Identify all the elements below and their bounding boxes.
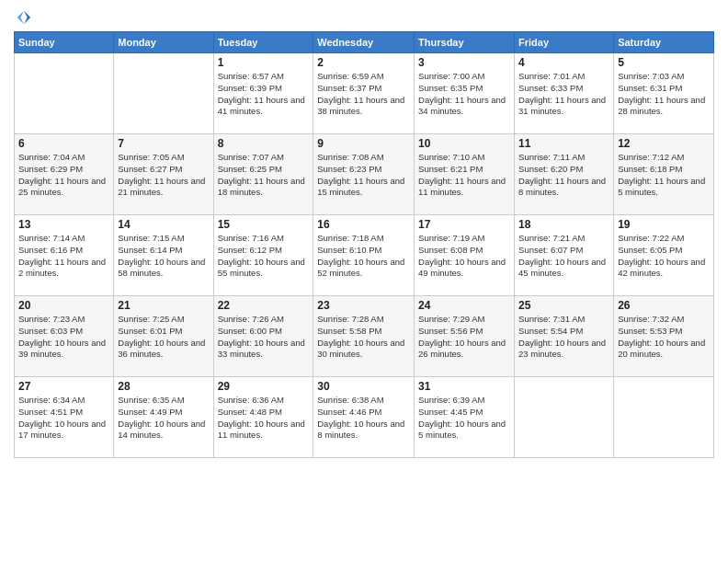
calendar-cell: 19Sunrise: 7:22 AM Sunset: 6:05 PM Dayli… (614, 215, 714, 296)
calendar-cell: 22Sunrise: 7:26 AM Sunset: 6:00 PM Dayli… (213, 296, 313, 377)
calendar-cell: 15Sunrise: 7:16 AM Sunset: 6:12 PM Dayli… (213, 215, 313, 296)
calendar-cell: 24Sunrise: 7:29 AM Sunset: 5:56 PM Dayli… (415, 296, 515, 377)
day-number: 7 (118, 137, 209, 150)
day-number: 10 (418, 137, 510, 150)
day-number: 21 (118, 299, 209, 312)
week-row-3: 13Sunrise: 7:14 AM Sunset: 6:16 PM Dayli… (15, 215, 714, 296)
calendar-cell: 25Sunrise: 7:31 AM Sunset: 5:54 PM Dayli… (515, 296, 614, 377)
svg-marker-1 (17, 11, 24, 24)
day-header-friday: Friday (515, 32, 614, 53)
calendar-body: 1Sunrise: 6:57 AM Sunset: 6:39 PM Daylig… (15, 53, 714, 458)
calendar-cell: 30Sunrise: 6:38 AM Sunset: 4:46 PM Dayli… (313, 377, 415, 458)
day-info: Sunrise: 7:00 AM Sunset: 6:35 PM Dayligh… (418, 71, 510, 118)
day-header-sunday: Sunday (15, 32, 114, 53)
day-info: Sunrise: 7:16 AM Sunset: 6:12 PM Dayligh… (218, 233, 310, 280)
day-info: Sunrise: 6:36 AM Sunset: 4:48 PM Dayligh… (218, 395, 310, 442)
day-number: 11 (518, 137, 609, 150)
calendar-cell: 2Sunrise: 6:59 AM Sunset: 6:37 PM Daylig… (313, 53, 415, 134)
day-number: 28 (118, 380, 209, 393)
day-info: Sunrise: 7:29 AM Sunset: 5:56 PM Dayligh… (418, 314, 510, 361)
calendar-cell: 11Sunrise: 7:11 AM Sunset: 6:20 PM Dayli… (515, 134, 614, 215)
day-info: Sunrise: 7:23 AM Sunset: 6:03 PM Dayligh… (18, 314, 109, 361)
day-number: 23 (317, 299, 410, 312)
calendar-cell: 17Sunrise: 7:19 AM Sunset: 6:08 PM Dayli… (415, 215, 515, 296)
day-header-tuesday: Tuesday (213, 32, 313, 53)
calendar-cell: 20Sunrise: 7:23 AM Sunset: 6:03 PM Dayli… (15, 296, 114, 377)
calendar-cell: 1Sunrise: 6:57 AM Sunset: 6:39 PM Daylig… (213, 53, 313, 134)
day-info: Sunrise: 6:34 AM Sunset: 4:51 PM Dayligh… (18, 395, 109, 442)
day-info: Sunrise: 7:19 AM Sunset: 6:08 PM Dayligh… (418, 233, 510, 280)
day-number: 3 (418, 56, 510, 69)
day-header-monday: Monday (114, 32, 213, 53)
day-number: 9 (317, 137, 410, 150)
week-row-4: 20Sunrise: 7:23 AM Sunset: 6:03 PM Dayli… (15, 296, 714, 377)
day-number: 13 (18, 218, 109, 231)
svg-marker-0 (24, 11, 30, 24)
day-number: 19 (618, 218, 710, 231)
calendar-cell: 6Sunrise: 7:04 AM Sunset: 6:29 PM Daylig… (15, 134, 114, 215)
calendar-cell: 8Sunrise: 7:07 AM Sunset: 6:25 PM Daylig… (213, 134, 313, 215)
header (14, 9, 714, 26)
calendar-cell (15, 53, 114, 134)
day-number: 22 (218, 299, 310, 312)
day-number: 27 (18, 380, 109, 393)
week-row-1: 1Sunrise: 6:57 AM Sunset: 6:39 PM Daylig… (15, 53, 714, 134)
calendar-cell: 4Sunrise: 7:01 AM Sunset: 6:33 PM Daylig… (515, 53, 614, 134)
day-number: 16 (317, 218, 410, 231)
day-number: 29 (218, 380, 310, 393)
day-info: Sunrise: 7:32 AM Sunset: 5:53 PM Dayligh… (618, 314, 710, 361)
day-number: 20 (18, 299, 109, 312)
day-info: Sunrise: 7:28 AM Sunset: 5:58 PM Dayligh… (317, 314, 410, 361)
calendar-cell: 27Sunrise: 6:34 AM Sunset: 4:51 PM Dayli… (15, 377, 114, 458)
day-info: Sunrise: 6:57 AM Sunset: 6:39 PM Dayligh… (218, 71, 310, 118)
week-row-2: 6Sunrise: 7:04 AM Sunset: 6:29 PM Daylig… (15, 134, 714, 215)
page: SundayMondayTuesdayWednesdayThursdayFrid… (0, 0, 728, 467)
calendar-cell: 5Sunrise: 7:03 AM Sunset: 6:31 PM Daylig… (614, 53, 714, 134)
calendar-cell (614, 377, 714, 458)
calendar-cell: 9Sunrise: 7:08 AM Sunset: 6:23 PM Daylig… (313, 134, 415, 215)
day-number: 6 (18, 137, 109, 150)
day-info: Sunrise: 7:05 AM Sunset: 6:27 PM Dayligh… (118, 152, 209, 199)
day-number: 8 (218, 137, 310, 150)
calendar-cell: 23Sunrise: 7:28 AM Sunset: 5:58 PM Dayli… (313, 296, 415, 377)
day-header-saturday: Saturday (614, 32, 714, 53)
logo (14, 9, 34, 26)
day-number: 12 (618, 137, 710, 150)
calendar-cell: 3Sunrise: 7:00 AM Sunset: 6:35 PM Daylig… (415, 53, 515, 134)
day-info: Sunrise: 7:31 AM Sunset: 5:54 PM Dayligh… (518, 314, 609, 361)
calendar-cell (114, 53, 213, 134)
calendar-cell: 29Sunrise: 6:36 AM Sunset: 4:48 PM Dayli… (213, 377, 313, 458)
calendar-cell: 14Sunrise: 7:15 AM Sunset: 6:14 PM Dayli… (114, 215, 213, 296)
day-info: Sunrise: 7:22 AM Sunset: 6:05 PM Dayligh… (618, 233, 710, 280)
day-info: Sunrise: 6:38 AM Sunset: 4:46 PM Dayligh… (317, 395, 410, 442)
calendar-cell (515, 377, 614, 458)
day-info: Sunrise: 7:10 AM Sunset: 6:21 PM Dayligh… (418, 152, 510, 199)
day-info: Sunrise: 6:39 AM Sunset: 4:45 PM Dayligh… (418, 395, 510, 442)
day-info: Sunrise: 6:59 AM Sunset: 6:37 PM Dayligh… (317, 71, 410, 118)
calendar-header: SundayMondayTuesdayWednesdayThursdayFrid… (15, 32, 714, 53)
day-number: 2 (317, 56, 410, 69)
day-number: 17 (418, 218, 510, 231)
calendar-cell: 7Sunrise: 7:05 AM Sunset: 6:27 PM Daylig… (114, 134, 213, 215)
calendar-cell: 18Sunrise: 7:21 AM Sunset: 6:07 PM Dayli… (515, 215, 614, 296)
day-info: Sunrise: 6:35 AM Sunset: 4:49 PM Dayligh… (118, 395, 209, 442)
calendar-cell: 13Sunrise: 7:14 AM Sunset: 6:16 PM Dayli… (15, 215, 114, 296)
logo-icon (16, 9, 32, 26)
day-number: 30 (317, 380, 410, 393)
day-info: Sunrise: 7:08 AM Sunset: 6:23 PM Dayligh… (317, 152, 410, 199)
day-header-wednesday: Wednesday (313, 32, 415, 53)
day-number: 4 (518, 56, 609, 69)
day-info: Sunrise: 7:21 AM Sunset: 6:07 PM Dayligh… (518, 233, 609, 280)
day-info: Sunrise: 7:01 AM Sunset: 6:33 PM Dayligh… (518, 71, 609, 118)
day-info: Sunrise: 7:25 AM Sunset: 6:01 PM Dayligh… (118, 314, 209, 361)
day-info: Sunrise: 7:04 AM Sunset: 6:29 PM Dayligh… (18, 152, 109, 199)
calendar-table: SundayMondayTuesdayWednesdayThursdayFrid… (14, 31, 714, 458)
day-info: Sunrise: 7:14 AM Sunset: 6:16 PM Dayligh… (18, 233, 109, 280)
day-number: 5 (618, 56, 710, 69)
calendar-cell: 12Sunrise: 7:12 AM Sunset: 6:18 PM Dayli… (614, 134, 714, 215)
day-info: Sunrise: 7:15 AM Sunset: 6:14 PM Dayligh… (118, 233, 209, 280)
calendar-cell: 26Sunrise: 7:32 AM Sunset: 5:53 PM Dayli… (614, 296, 714, 377)
day-number: 24 (418, 299, 510, 312)
day-info: Sunrise: 7:12 AM Sunset: 6:18 PM Dayligh… (618, 152, 710, 199)
calendar-cell: 10Sunrise: 7:10 AM Sunset: 6:21 PM Dayli… (415, 134, 515, 215)
